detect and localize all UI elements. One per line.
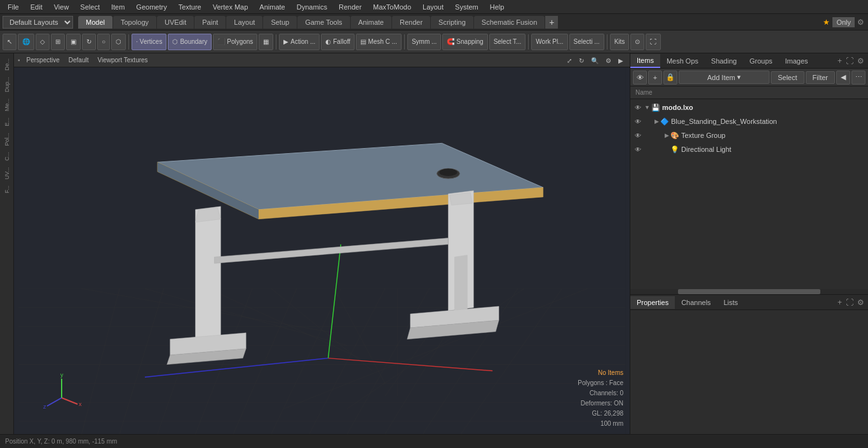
panel-settings-icon[interactable]: ⚙ xyxy=(856,55,865,67)
tree-item-modo-lxo[interactable]: 👁 ▼ 💾 modo.lxo xyxy=(630,100,868,114)
arrow-desk[interactable]: ▶ xyxy=(654,118,659,125)
menu-system[interactable]: System xyxy=(450,2,484,12)
sidebar-item-de[interactable]: De... xyxy=(3,56,11,73)
sidebar-item-c[interactable]: C... xyxy=(3,149,11,163)
menu-view[interactable]: View xyxy=(49,2,74,12)
menu-render[interactable]: Render xyxy=(334,2,367,12)
tool-circle[interactable]: ○ xyxy=(97,34,110,50)
tab-layout[interactable]: Layout xyxy=(226,16,262,29)
layout-dropdown[interactable]: Default Layouts xyxy=(3,16,73,29)
tool-action[interactable]: ▶ Action ... xyxy=(279,34,320,50)
tool-workpl[interactable]: Work Pl... xyxy=(531,34,567,50)
scene-tree[interactable]: 👁 ▼ 💾 modo.lxo 👁 ▶ 🔷 Blue_Standing_Desk_… xyxy=(630,99,868,289)
only-badge[interactable]: Only xyxy=(832,17,855,27)
tool-meshc[interactable]: ▤ Mesh C ... xyxy=(356,34,402,50)
prop-tab-lists[interactable]: Lists xyxy=(717,296,745,309)
tool-symm[interactable]: Symm ... xyxy=(407,34,441,50)
eye-icon-light[interactable]: 👁 xyxy=(633,144,643,154)
prop-fullscreen-icon[interactable]: ⛶ xyxy=(844,297,855,308)
tab-model[interactable]: Model xyxy=(78,16,112,29)
tree-scrollbar-thumb[interactable] xyxy=(678,289,820,294)
menu-geometry[interactable]: Geometry xyxy=(131,2,172,12)
panel-expand-icon[interactable]: ⛶ xyxy=(844,55,855,67)
menu-layout[interactable]: Layout xyxy=(417,2,449,12)
viewport-perspective[interactable]: Perspective xyxy=(24,56,62,64)
tool-element[interactable]: ◇ xyxy=(36,34,50,50)
tool-boundary[interactable]: ⬡ Boundary xyxy=(168,34,212,50)
tool-mode[interactable]: ▦ xyxy=(259,34,273,50)
tab-topology[interactable]: Topology xyxy=(113,16,156,29)
add-layout-button[interactable]: + xyxy=(545,16,558,29)
viewport-icon-move[interactable]: ⤢ xyxy=(564,57,574,65)
menu-animate[interactable]: Animate xyxy=(254,2,290,12)
viewport-textures[interactable]: Viewport Textures xyxy=(95,56,150,64)
canvas-area[interactable]: x y z No Items Polygons : Face Channels:… xyxy=(14,67,630,434)
panel-more-btn[interactable]: ⋯ xyxy=(851,71,865,85)
viewport-icon-rotate[interactable]: ↻ xyxy=(576,57,587,65)
menu-select[interactable]: Select xyxy=(75,2,105,12)
tab-groups[interactable]: Groups xyxy=(743,55,778,67)
tab-mesh-ops[interactable]: Mesh Ops xyxy=(660,55,705,67)
layout-settings-icon[interactable]: ⚙ xyxy=(857,18,864,27)
tab-shading[interactable]: Shading xyxy=(705,55,743,67)
tool-view-options[interactable]: ⊙ xyxy=(630,34,644,50)
select-button[interactable]: Select xyxy=(771,71,804,84)
eye-toggle-btn[interactable]: 👁 xyxy=(633,71,647,85)
tool-rotate[interactable]: ↻ xyxy=(82,34,96,50)
tool-vertices[interactable]: · Vertices xyxy=(132,34,166,50)
panel-collapse-btn[interactable]: ◀ xyxy=(836,71,850,85)
viewport-icon-settings[interactable]: ⚙ xyxy=(603,57,614,65)
tool-kits[interactable]: Kits xyxy=(610,34,630,50)
tool-falloff[interactable]: ◐ Falloff xyxy=(321,34,355,50)
sidebar-item-e[interactable]: E... xyxy=(3,115,11,129)
eye-icon-modo[interactable]: 👁 xyxy=(633,102,643,112)
tool-selecti[interactable]: Selecti ... xyxy=(569,34,604,50)
viewport-shading[interactable]: Default xyxy=(66,56,92,64)
menu-item[interactable]: Item xyxy=(106,2,130,12)
tool-selectt[interactable]: Select T... xyxy=(489,34,526,50)
viewport-toggle[interactable]: ▪ xyxy=(18,57,20,64)
tab-setup[interactable]: Setup xyxy=(263,16,297,29)
tree-scrollbar[interactable] xyxy=(630,289,868,294)
eye-icon-texture[interactable]: 👁 xyxy=(633,130,643,140)
menu-dynamics[interactable]: Dynamics xyxy=(292,2,332,12)
tool-fullscreen[interactable]: ⛶ xyxy=(646,34,661,50)
tool-shape[interactable]: ⬡ xyxy=(111,34,126,50)
tool-transform[interactable]: ⊞ xyxy=(51,34,65,50)
tab-items[interactable]: Items xyxy=(630,54,660,68)
menu-file[interactable]: File xyxy=(3,2,24,12)
prop-expand-icon[interactable]: + xyxy=(836,297,843,308)
tool-world[interactable]: 🌐 xyxy=(18,34,34,50)
sidebar-item-pol[interactable]: Pol... xyxy=(3,130,11,149)
tab-render[interactable]: Render xyxy=(392,16,430,29)
prop-settings-icon[interactable]: ⚙ xyxy=(856,297,865,308)
tree-item-texture[interactable]: 👁 ▶ 🎨 Texture Group xyxy=(630,128,868,142)
tool-box[interactable]: ▣ xyxy=(66,34,81,50)
tab-paint[interactable]: Paint xyxy=(194,16,226,29)
menu-edit[interactable]: Edit xyxy=(25,2,48,12)
tree-item-desk[interactable]: 👁 ▶ 🔷 Blue_Standing_Desk_Workstation xyxy=(630,114,868,128)
tool-snapping[interactable]: 🧲 Snapping xyxy=(442,34,487,50)
viewport[interactable]: ▪ Perspective Default Viewport Textures … xyxy=(14,53,630,434)
tab-uvedit[interactable]: UVEdit xyxy=(157,16,194,29)
tab-scripting[interactable]: Scripting xyxy=(431,16,473,29)
arrow-modo[interactable]: ▼ xyxy=(644,104,650,111)
menu-help[interactable]: Help xyxy=(485,2,510,12)
tab-animate[interactable]: Animate xyxy=(351,16,391,29)
arrow-light[interactable]: ▶ xyxy=(665,146,669,153)
sidebar-item-f[interactable]: F... xyxy=(3,183,11,196)
filter-button[interactable]: Filter xyxy=(806,71,835,84)
sidebar-item-dup[interactable]: Dup... xyxy=(3,74,11,95)
eye-icon-desk[interactable]: 👁 xyxy=(633,116,643,126)
panel-add-icon[interactable]: + xyxy=(836,55,843,67)
prop-tab-properties[interactable]: Properties xyxy=(630,296,675,309)
tree-item-light[interactable]: 👁 ▶ 💡 Directional Light xyxy=(630,142,868,156)
viewport-icon-expand[interactable]: ▶ xyxy=(616,57,626,65)
tab-gametools[interactable]: Game Tools xyxy=(297,16,350,29)
lock-icon-btn[interactable]: 🔒 xyxy=(663,71,677,85)
menu-vertexmap[interactable]: Vertex Map xyxy=(208,2,254,12)
viewport-icon-zoom[interactable]: 🔍 xyxy=(588,57,601,65)
add-item-button[interactable]: Add Item ▾ xyxy=(679,71,770,84)
prop-tab-channels[interactable]: Channels xyxy=(675,296,717,309)
tool-polygons[interactable]: ⬛ Polygons xyxy=(213,34,257,50)
